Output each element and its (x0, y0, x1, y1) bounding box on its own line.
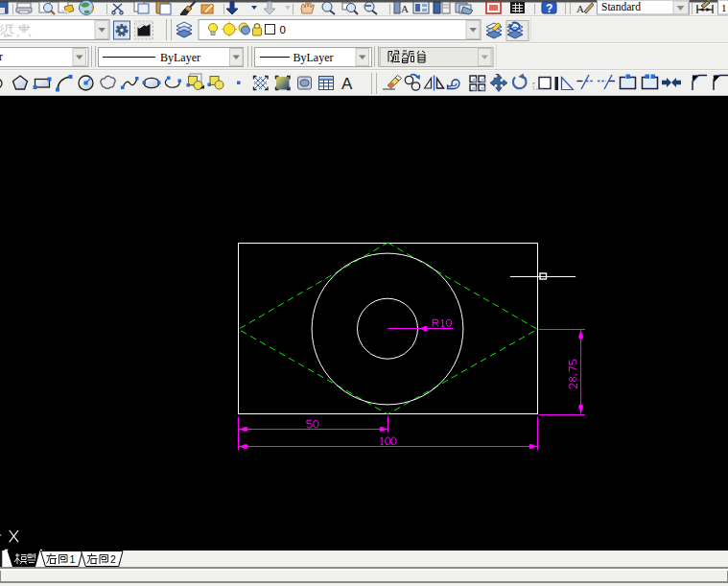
svg-text:ByLayer: ByLayer (160, 51, 200, 64)
svg-text:A: A (341, 75, 353, 93)
svg-text:Standard: Standard (601, 1, 641, 12)
svg-text:A: A (576, 3, 584, 14)
svg-text:0: 0 (280, 24, 286, 35)
svg-text:2: 2 (110, 553, 116, 565)
svg-text:1: 1 (70, 553, 76, 565)
svg-text:r: r (0, 51, 3, 62)
svg-text:1: 1 (721, 2, 727, 13)
svg-text:ByLayer: ByLayer (294, 51, 334, 64)
svg-text:?: ? (546, 2, 552, 15)
svg-text:A: A (401, 3, 409, 14)
